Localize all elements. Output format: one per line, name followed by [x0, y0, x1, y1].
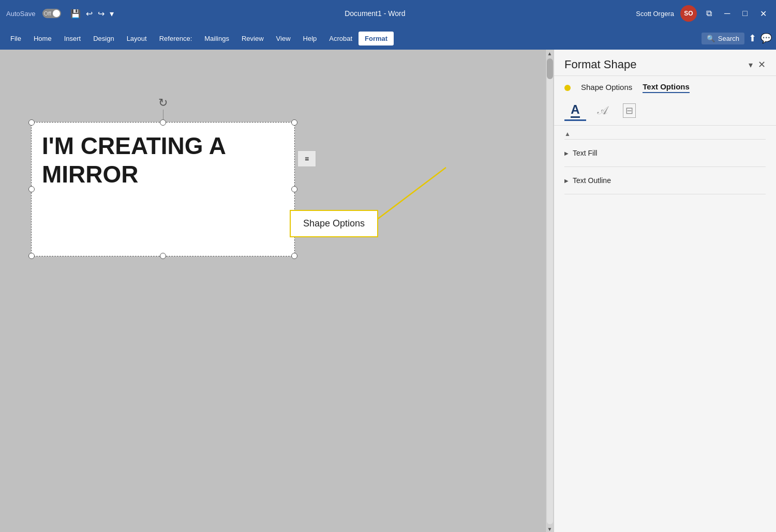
- panel-icons-row: A 𝒜 ⊟: [554, 97, 776, 126]
- section-divider-bottom: [564, 194, 766, 194]
- menu-bar: File Home Insert Design Layout Reference…: [0, 27, 776, 50]
- handle-middle-right[interactable]: [291, 186, 297, 192]
- text-fill-row[interactable]: ▶ Text Fill: [564, 145, 766, 161]
- text-outline-a-icon: 𝒜: [598, 104, 607, 117]
- main-layout: ↻ I'M CREATING A MIRROR ≡: [0, 50, 776, 532]
- title-bar-right: Scott Orgera SO ⧉ ─ □ ✕: [636, 5, 770, 22]
- tab-text-options[interactable]: Text Options: [643, 82, 690, 93]
- text-fill-section: ▶ Text Fill: [554, 140, 776, 166]
- floating-layout-icon[interactable]: ≡: [297, 150, 316, 167]
- handle-top-right[interactable]: [291, 119, 297, 126]
- text-layout-icon: ⊟: [623, 103, 636, 118]
- undo-icon[interactable]: ↩: [86, 9, 93, 19]
- toggle-circle: [53, 10, 60, 17]
- handle-top-center[interactable]: [160, 119, 166, 126]
- menu-format[interactable]: Format: [359, 32, 394, 45]
- menu-layout[interactable]: Layout: [121, 32, 153, 45]
- rotate-icon[interactable]: ↻: [158, 96, 168, 110]
- window-title: Document1 - Word: [345, 9, 405, 18]
- panel-close-button[interactable]: ✕: [758, 59, 766, 70]
- share-icon[interactable]: ⬆: [749, 33, 756, 44]
- svg-line-0: [372, 168, 446, 223]
- autosave-toggle[interactable]: Off: [42, 9, 61, 18]
- comment-icon[interactable]: 💬: [760, 33, 772, 44]
- panel-fold-indicator: ▲: [554, 126, 776, 139]
- minimize-button[interactable]: ─: [721, 9, 733, 18]
- menu-references[interactable]: Reference:: [153, 32, 199, 45]
- text-fill-expand-icon[interactable]: ▶: [564, 150, 569, 156]
- title-bar: AutoSave Off 💾 ↩ ↪ ▾ Document1 - Word Sc…: [0, 0, 776, 27]
- autosave-label: AutoSave: [6, 10, 35, 18]
- scroll-track[interactable]: [547, 58, 553, 524]
- menu-review[interactable]: Review: [235, 32, 270, 45]
- menu-insert[interactable]: Insert: [58, 32, 87, 45]
- shape-options-tooltip: Shape Options: [290, 210, 378, 237]
- tooltip-text: Shape Options: [303, 218, 365, 229]
- text-layout-icon-button[interactable]: ⊟: [618, 101, 640, 121]
- customize-icon[interactable]: ▾: [110, 9, 114, 19]
- menu-mailings[interactable]: Mailings: [198, 32, 235, 45]
- handle-bottom-center[interactable]: [160, 253, 166, 259]
- user-name: Scott Orgera: [636, 10, 674, 18]
- handle-bottom-right[interactable]: [291, 253, 297, 259]
- menu-design[interactable]: Design: [87, 32, 120, 45]
- autosave-state: Off: [43, 10, 51, 17]
- rotate-line: [163, 110, 163, 120]
- document-area[interactable]: ↻ I'M CREATING A MIRROR ≡: [0, 50, 554, 532]
- title-bar-left: AutoSave Off 💾 ↩ ↪ ▾: [6, 9, 114, 19]
- panel-tabs: Shape Options Text Options: [554, 76, 776, 97]
- restore-window-icon[interactable]: ⧉: [703, 9, 715, 18]
- user-initials: SO: [684, 10, 693, 17]
- text-box[interactable]: I'M CREATING A MIRROR: [31, 122, 295, 256]
- text-outline-row[interactable]: ▶ Text Outline: [564, 172, 766, 189]
- text-line-2: MIRROR: [42, 160, 284, 189]
- scrollbar-right[interactable]: ▲ ▼: [545, 50, 554, 532]
- panel-chevron-icon[interactable]: ▾: [749, 60, 753, 70]
- panel-header: Format Shape ▾ ✕: [554, 50, 776, 76]
- search-box[interactable]: 🔍 Search: [702, 33, 744, 44]
- search-label: Search: [718, 35, 739, 42]
- text-outline-section: ▶ Text Outline: [554, 167, 776, 194]
- handle-bottom-left[interactable]: [28, 253, 35, 259]
- save-icon[interactable]: 💾: [70, 9, 81, 19]
- menu-file[interactable]: File: [4, 32, 27, 45]
- handle-middle-left[interactable]: [28, 186, 35, 192]
- layout-icon-symbol: ≡: [305, 155, 309, 163]
- fold-triangle: ▲: [564, 130, 571, 138]
- tab-shape-options[interactable]: Shape Options: [581, 83, 632, 93]
- menu-acrobat[interactable]: Acrobat: [323, 32, 359, 45]
- shape-options-dot: [564, 85, 571, 91]
- scroll-up-arrow[interactable]: ▲: [547, 51, 553, 56]
- search-icon: 🔍: [707, 35, 715, 42]
- panel-title: Format Shape: [564, 58, 636, 71]
- text-fill-icon-button[interactable]: A: [564, 101, 586, 121]
- scroll-down-arrow[interactable]: ▼: [547, 526, 553, 532]
- text-line-1: I'M CREATING A: [42, 132, 284, 160]
- text-box-container[interactable]: ↻ I'M CREATING A MIRROR: [31, 122, 295, 256]
- text-outline-expand-icon[interactable]: ▶: [564, 178, 569, 184]
- text-fill-label: Text Fill: [573, 149, 597, 157]
- menu-right: 🔍 Search ⬆ 💬: [702, 33, 772, 44]
- menu-help[interactable]: Help: [297, 32, 323, 45]
- panel-header-icons: ▾ ✕: [749, 59, 766, 70]
- user-avatar[interactable]: SO: [680, 5, 697, 22]
- text-box-content: I'M CREATING A MIRROR: [42, 132, 284, 189]
- handle-top-left[interactable]: [28, 119, 35, 126]
- text-outline-icon-button[interactable]: 𝒜: [591, 101, 613, 121]
- scroll-thumb[interactable]: [547, 58, 553, 79]
- window-title-text: Document1 - Word: [345, 9, 405, 18]
- menu-home[interactable]: Home: [27, 32, 58, 45]
- redo-icon[interactable]: ↪: [98, 9, 105, 19]
- text-fill-a-icon: A: [571, 103, 579, 118]
- menu-view[interactable]: View: [270, 32, 297, 45]
- format-shape-panel: Format Shape ▾ ✕ Shape Options Text Opti…: [554, 50, 776, 532]
- restore-button[interactable]: □: [739, 9, 751, 18]
- close-button[interactable]: ✕: [757, 9, 770, 19]
- rotate-handle[interactable]: ↻: [158, 96, 168, 120]
- text-outline-label: Text Outline: [573, 176, 611, 185]
